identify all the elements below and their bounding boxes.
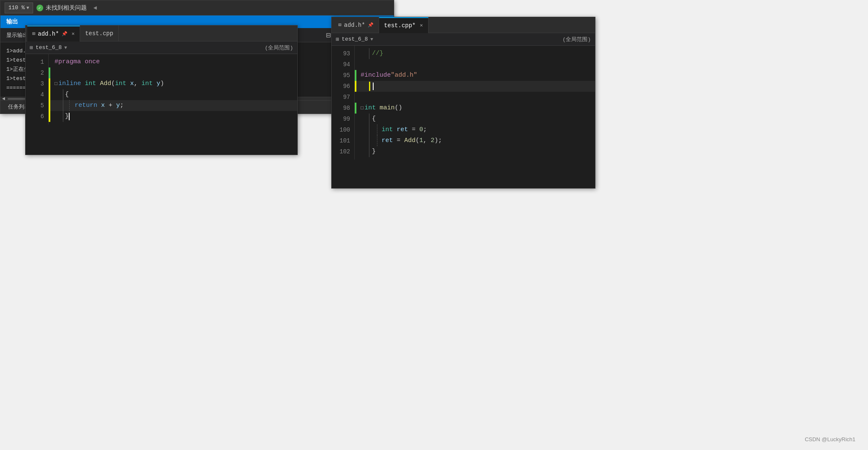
add-close: );	[434, 135, 442, 146]
editor-panel-left: ⊞ add.h* 📌 ✕ test.cpp ⊞ test_6_8 ▼ (全局范围…	[25, 25, 298, 155]
brace-open: {	[65, 89, 69, 100]
close-icon-right[interactable]: ✕	[420, 22, 423, 28]
text-cursor-left	[69, 113, 70, 120]
close-icon-left[interactable]: ✕	[72, 31, 75, 37]
return-x: x	[101, 100, 105, 111]
code-line-99: {	[356, 114, 595, 124]
zoom-dropdown-icon[interactable]: ▼	[26, 5, 29, 10]
int-type-100: int	[382, 124, 397, 135]
param-x: x	[130, 78, 134, 89]
breadcrumb-right-content: ⊞ test_6_8 ▼	[336, 36, 373, 43]
guide-100	[369, 124, 369, 135]
zoom-label: 110 %	[8, 5, 25, 11]
pin-icon-right[interactable]: 📌	[368, 22, 374, 28]
output-toolbar: 110 % ▼ ✓ 未找到相关问题 ◄	[0, 0, 394, 16]
include-kw: #include	[361, 70, 391, 81]
watermark: CSDN @LuckyRich1	[805, 436, 855, 442]
guide-5a	[63, 100, 63, 111]
arg-2: 2	[431, 135, 434, 146]
line-num-96: 96	[343, 81, 350, 92]
status-dot: ✓	[36, 5, 43, 11]
ret-var-101: ret	[382, 135, 393, 146]
line-num-94: 94	[343, 59, 350, 70]
scope-label-right: (全局范围)	[562, 36, 591, 43]
code-line-93: //}	[356, 48, 595, 59]
zoom-control[interactable]: 110 % ▼	[5, 3, 33, 13]
fold-icon-98: □	[361, 103, 364, 114]
pragma-kw: #pragma	[55, 57, 85, 67]
code-line-102: }	[356, 146, 595, 157]
breadcrumb-label-right: test_6_8	[342, 36, 368, 42]
semicolon-5: ;	[120, 100, 124, 111]
tab-add-h-left[interactable]: ⊞ add.h* 📌 ✕	[27, 26, 80, 41]
file-icon-left: ⊞	[32, 31, 35, 37]
line-num-102: 102	[340, 146, 350, 157]
line-num-101: 101	[340, 135, 350, 146]
guide-102	[369, 146, 369, 157]
num-0: 0	[419, 124, 423, 135]
guide-101b	[377, 135, 377, 146]
breadcrumb-left: ⊞ test_6_8 ▼ (全局范围)	[26, 41, 297, 54]
add-args: (	[416, 135, 419, 146]
code-line-3: □inline int Add(int x, int y)	[50, 78, 297, 89]
line-num-6: 6	[41, 111, 44, 122]
nav-arrow[interactable]: ◄	[90, 5, 100, 11]
code-lines-left[interactable]: #pragma once □inline int Add(int x, int …	[50, 54, 297, 124]
text-cursor-right	[373, 83, 374, 90]
breadcrumb-left-content: ⊞ test_6_8 ▼	[30, 44, 67, 51]
breadcrumb-dropdown-right[interactable]: ▼	[370, 37, 373, 42]
line-num-98: 98	[343, 103, 350, 114]
code-line-2	[50, 67, 297, 78]
scope-label-left: (全局范围)	[265, 44, 293, 52]
add-fn: Add	[100, 78, 111, 89]
guide-99	[369, 114, 369, 124]
breadcrumb-dropdown-icon[interactable]: ▼	[64, 45, 67, 50]
scroll-left-arrow[interactable]: ◄	[2, 96, 5, 102]
line-num-3: 3	[41, 78, 44, 89]
paren-open: (	[111, 78, 115, 89]
code-line-96	[356, 81, 595, 92]
code-lines-right[interactable]: //} #include"add.h" □int main()	[356, 46, 595, 160]
int-type-x: int	[115, 78, 130, 89]
code-line-95: #include"add.h"	[356, 70, 595, 81]
brace-close-6: }	[65, 111, 69, 122]
brace-open-99: {	[372, 114, 376, 124]
guide-93	[369, 48, 369, 59]
int-type-3: int	[85, 78, 100, 89]
breadcrumb-file-icon-left: ⊞	[30, 44, 33, 51]
code-line-6: }	[50, 111, 297, 122]
pin-icon-left[interactable]: 📌	[62, 31, 68, 36]
fold-icon: □	[55, 78, 57, 89]
editor-panel-right: ⊞ add.h* 📌 test.cpp* ✕ ⊞ test_6_8 ▼ (全局范…	[331, 17, 595, 189]
comma: ,	[134, 78, 141, 89]
line-num-100: 100	[340, 124, 350, 135]
code-line-100: int ret = 0;	[356, 124, 595, 135]
inline-kw: inline	[58, 78, 85, 89]
line-num-97: 97	[343, 92, 350, 103]
breadcrumb-file-icon-right: ⊞	[336, 36, 339, 43]
code-line-1: #pragma once	[50, 57, 297, 67]
comment-93: //}	[372, 48, 383, 59]
tab-test-cpp-left[interactable]: test.cpp	[80, 26, 119, 41]
line-num-4: 4	[41, 89, 44, 100]
code-line-98: □int main()	[356, 103, 595, 114]
return-y: y	[116, 100, 120, 111]
tab-add-h-right[interactable]: ⊞ add.h* 📌	[333, 17, 379, 33]
code-area-right: 93 94 95 96 97 98 99 100 101 102	[332, 46, 595, 160]
return-kw: return	[75, 100, 101, 111]
line-num-99: 99	[343, 114, 350, 124]
line-num-5: 5	[41, 100, 44, 111]
line-num-95: 95	[343, 70, 350, 81]
assign-101: =	[393, 135, 404, 146]
code-line-97	[356, 92, 595, 103]
line-num-1: 1	[41, 57, 44, 67]
tab-test-cpp-label-left: test.cpp	[85, 30, 113, 37]
code-line-94	[356, 59, 595, 70]
status-indicator: ✓ 未找到相关问题	[36, 4, 87, 12]
include-str: "add.h"	[391, 70, 417, 81]
assign-100: =	[408, 124, 419, 135]
tab-bar-right: ⊞ add.h* 📌 test.cpp* ✕	[332, 17, 595, 33]
plus: +	[105, 100, 116, 111]
int-type-98: int	[364, 103, 379, 114]
tab-test-cpp-right[interactable]: test.cpp* ✕	[379, 17, 429, 33]
